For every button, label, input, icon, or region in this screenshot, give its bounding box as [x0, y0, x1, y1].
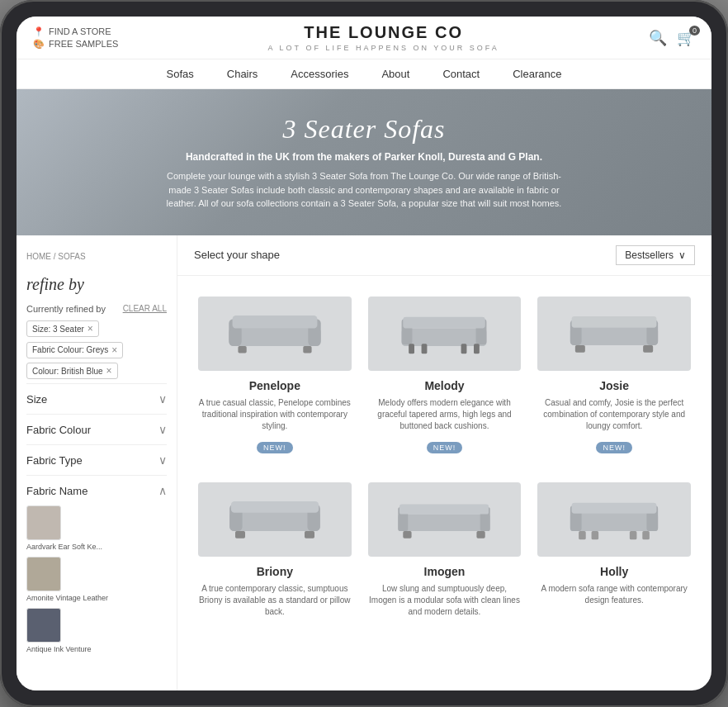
- filter-tag-size-remove[interactable]: ×: [87, 323, 93, 335]
- fabric-swatches: Aardvark Ear Soft Ke... Amonite Vintage …: [26, 505, 167, 653]
- nav-sofas[interactable]: Sofas: [167, 68, 194, 80]
- nav-chairs[interactable]: Chairs: [227, 68, 258, 80]
- product-briony-desc: A true contemporary classic, sumptuous B…: [198, 583, 352, 618]
- filter-tag-size-label: Size: 3 Seater: [32, 325, 84, 334]
- svg-rect-24: [235, 531, 245, 539]
- filter-fabric-name-header[interactable]: Fabric Name ∧: [26, 484, 167, 497]
- product-josie-name: Josie: [537, 379, 691, 392]
- swatch-antique-box: [26, 608, 61, 643]
- hero-subtitle: Handcrafted in the UK from the makers of…: [158, 151, 570, 163]
- filter-tag-colour[interactable]: Colour: British Blue ×: [26, 363, 118, 379]
- product-penelope-badge: NEW!: [257, 442, 293, 453]
- product-penelope[interactable]: Penelope A true casual classic, Penelope…: [190, 284, 360, 470]
- swatch-amonite-box: [26, 557, 61, 591]
- product-briony-name: Briony: [198, 565, 352, 578]
- svg-rect-25: [305, 531, 314, 539]
- filter-tag-colour-label: Colour: British Blue: [32, 367, 103, 376]
- free-samples-item[interactable]: 🎨 FREE SAMPLES: [33, 39, 118, 50]
- screen: 📍 FIND A STORE 🎨 FREE SAMPLES THE LOUNGE…: [17, 17, 711, 690]
- swatch-antique-label: Antique Ink Venture: [26, 645, 92, 654]
- swatch-amonite[interactable]: Amonite Vintage Leather: [26, 557, 108, 603]
- clear-all-button[interactable]: CLEAR ALL: [123, 304, 167, 313]
- filter-section-fabric-type: Fabric Type ∨: [26, 444, 167, 475]
- product-penelope-desc: A true casual classic, Penelope combines…: [198, 397, 352, 432]
- swatch-amonite-label: Amonite Vintage Leather: [26, 594, 108, 603]
- nav-contact[interactable]: Contact: [442, 68, 480, 80]
- filter-size-chevron: ∨: [158, 392, 167, 406]
- sidebar: HOME / SOFAS refine by Currently refined…: [17, 235, 177, 691]
- product-josie-desc: Casual and comfy, Josie is the perfect c…: [537, 397, 691, 432]
- filter-section-size: Size ∨: [26, 383, 167, 414]
- svg-rect-11: [422, 344, 428, 354]
- product-holly-name: Holly: [537, 565, 691, 578]
- svg-rect-5: [303, 346, 311, 354]
- active-filters: Size: 3 Seater × Fabric Colour: Greys × …: [26, 320, 167, 384]
- filter-tag-fabric-colour[interactable]: Fabric Colour: Greys ×: [26, 342, 123, 358]
- find-store-item[interactable]: 📍 FIND A STORE: [33, 26, 118, 37]
- swatch-aardvark[interactable]: Aardvark Ear Soft Ke...: [26, 505, 102, 552]
- product-melody[interactable]: Melody Melody offers modern elegance wit…: [360, 284, 530, 470]
- svg-rect-6: [402, 329, 487, 346]
- svg-rect-9: [404, 317, 485, 329]
- filter-fabric-type-header[interactable]: Fabric Type ∨: [26, 453, 167, 467]
- svg-rect-3: [232, 316, 317, 328]
- svg-rect-12: [461, 344, 467, 354]
- filter-size-header[interactable]: Size ∨: [26, 392, 167, 406]
- cart-icon[interactable]: 🛒0: [677, 29, 695, 47]
- svg-rect-32: [570, 513, 658, 531]
- product-imogen[interactable]: Imogen Low slung and sumptuously deep, I…: [360, 470, 530, 641]
- svg-rect-18: [575, 345, 585, 353]
- svg-rect-17: [572, 316, 657, 328]
- product-josie[interactable]: Josie Casual and comfy, Josie is the per…: [529, 284, 699, 470]
- nav-clearance[interactable]: Clearance: [513, 68, 561, 80]
- top-bar-right: 🔍 🛒0: [649, 29, 695, 47]
- swatch-antique[interactable]: Antique Ink Venture: [26, 608, 92, 654]
- product-melody-badge: NEW!: [427, 442, 463, 453]
- hero-title: 3 Seater Sofas: [158, 114, 570, 145]
- swatch-aardvark-label: Aardvark Ear Soft Ke...: [26, 543, 102, 552]
- hero-description: Complete your lounge with a stylish 3 Se…: [158, 169, 570, 211]
- product-holly-desc: A modern sofa range with contemporary de…: [537, 583, 691, 606]
- filter-section-fabric-colour: Fabric Colour ∨: [26, 414, 167, 444]
- svg-rect-13: [474, 344, 480, 354]
- product-josie-badge: NEW!: [596, 442, 632, 453]
- product-holly[interactable]: Holly A modern sofa range with contempor…: [529, 470, 699, 641]
- svg-rect-31: [477, 531, 485, 539]
- products-grid: Penelope A true casual classic, Penelope…: [177, 276, 711, 649]
- product-briony[interactable]: Briony A true contemporary classic, sump…: [190, 470, 360, 641]
- product-holly-image: [537, 482, 691, 557]
- product-imogen-desc: Low slung and sumptuously deep, Imogen i…: [368, 583, 522, 618]
- sort-label: Bestsellers: [625, 249, 674, 261]
- main-content: Select your shape Bestsellers ∨: [177, 235, 711, 691]
- svg-rect-23: [231, 501, 319, 513]
- nav-about[interactable]: About: [381, 68, 409, 80]
- product-penelope-name: Penelope: [198, 379, 352, 392]
- main-header: Select your shape Bestsellers ∨: [177, 235, 711, 276]
- product-imogen-image: [368, 482, 522, 557]
- top-bar: 📍 FIND A STORE 🎨 FREE SAMPLES THE LOUNGE…: [17, 17, 711, 59]
- product-penelope-image: [198, 297, 352, 371]
- filter-size-label: Size: [26, 393, 47, 406]
- filter-fabric-type-label: Fabric Type: [26, 454, 83, 467]
- filter-tag-size[interactable]: Size: 3 Seater ×: [26, 320, 99, 337]
- svg-rect-30: [404, 531, 412, 539]
- site-identity: THE LOUNGE CO A LOT OF LIFE HAPPENS ON Y…: [268, 23, 499, 52]
- site-name: THE LOUNGE CO: [268, 23, 499, 42]
- svg-rect-26: [399, 515, 490, 532]
- filter-fabric-type-chevron: ∨: [158, 453, 167, 467]
- sort-select[interactable]: Bestsellers ∨: [616, 245, 695, 265]
- product-melody-desc: Melody offers modern elegance with grace…: [368, 397, 522, 432]
- main-nav: Sofas Chairs Accessories About Contact C…: [17, 59, 711, 89]
- swatch-aardvark-box: [26, 505, 61, 540]
- nav-accessories[interactable]: Accessories: [291, 68, 348, 80]
- filter-tag-colour-remove[interactable]: ×: [106, 365, 112, 377]
- svg-rect-29: [399, 505, 489, 515]
- search-icon[interactable]: 🔍: [649, 29, 667, 47]
- svg-rect-38: [630, 531, 637, 539]
- svg-rect-20: [229, 511, 320, 531]
- filter-fabric-colour-header[interactable]: Fabric Colour ∨: [26, 423, 167, 436]
- location-icon: 📍: [33, 26, 45, 37]
- product-melody-image: [368, 297, 522, 371]
- filter-tag-fabric-colour-remove[interactable]: ×: [111, 344, 117, 356]
- product-imogen-name: Imogen: [368, 565, 522, 578]
